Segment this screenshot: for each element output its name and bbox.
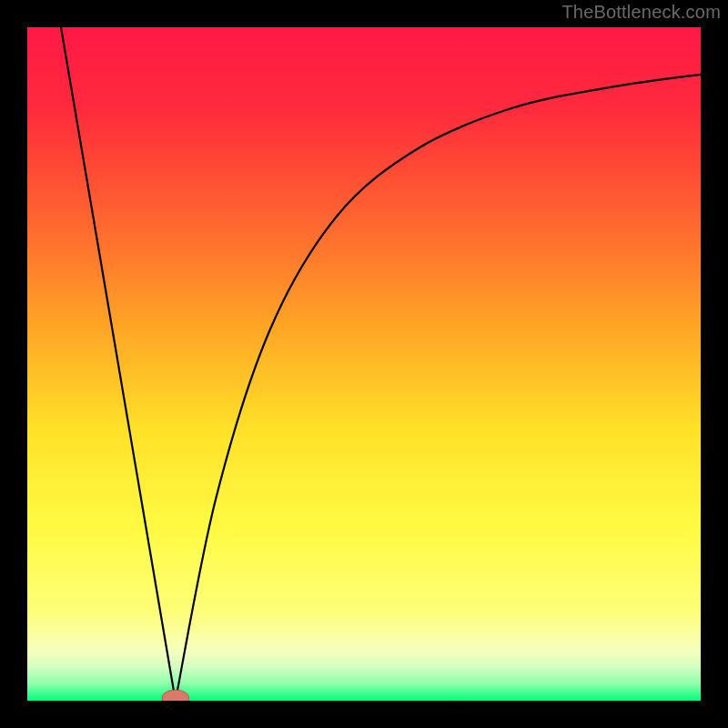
watermark-label: TheBottleneck.com: [561, 2, 721, 23]
bottleneck-chart: [0, 0, 728, 728]
gradient-background: [27, 27, 701, 701]
chart-frame: TheBottleneck.com: [0, 0, 728, 728]
